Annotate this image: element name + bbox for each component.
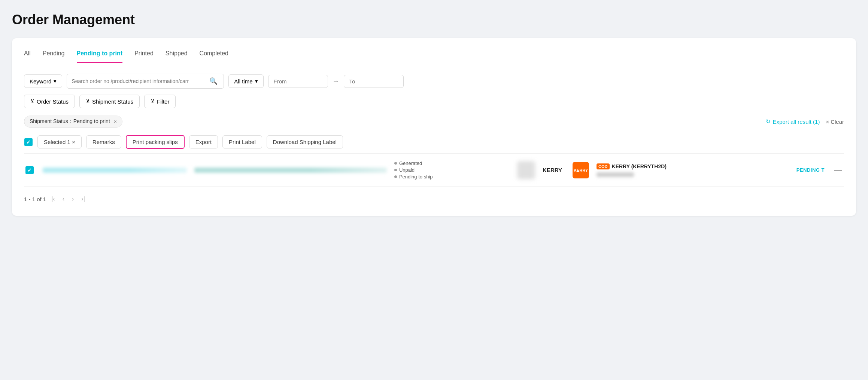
- filter-button[interactable]: ⊻ Filter: [144, 95, 176, 108]
- download-shipping-label-button[interactable]: Download Shipping Label: [267, 135, 343, 148]
- tab-completed[interactable]: Completed: [200, 50, 228, 63]
- print-packing-slips-label: Print packing slips: [133, 139, 178, 145]
- status-tag-pending-ship: Pending to ship: [394, 174, 510, 180]
- active-filter-close-icon[interactable]: ×: [114, 119, 117, 125]
- status-tags: Generated Unpaid Pending to ship: [394, 160, 510, 180]
- keyword-label: Keyword: [30, 78, 51, 85]
- clear-button[interactable]: × Clear: [826, 119, 844, 125]
- order-number-blurred: [43, 168, 187, 173]
- export-button[interactable]: Export: [189, 135, 218, 148]
- active-filter-tag: Shipment Status：Pending to print ×: [24, 116, 122, 128]
- pending-badge: PENDING T: [796, 167, 825, 173]
- row-checkbox-checked[interactable]: [25, 166, 34, 174]
- export-label: Export: [195, 139, 212, 145]
- pagination: 1 - 1 of 1 |‹ ‹ › ›|: [24, 194, 844, 204]
- carrier-name: KERRY: [543, 167, 565, 173]
- cod-column: COD KERRY (KERRYTH2D): [597, 163, 789, 177]
- print-label-button[interactable]: Print Label: [222, 135, 262, 148]
- status-generated: Generated: [399, 160, 422, 166]
- table-wrap: Generated Unpaid Pending to ship KERRY K…: [24, 153, 844, 187]
- filter-label: Filter: [157, 98, 169, 105]
- order-status-filter[interactable]: ⊻ Order Status: [24, 95, 75, 108]
- search-input-wrap: 🔍: [67, 74, 224, 89]
- status-tag-unpaid: Unpaid: [394, 167, 510, 173]
- dot-icon-3: [394, 175, 397, 178]
- search-icon-button[interactable]: 🔍: [208, 77, 219, 85]
- next-page-button[interactable]: ›: [70, 194, 76, 204]
- cod-name: KERRY (KERRYTH2D): [612, 163, 667, 169]
- tabs-bar: All Pending Pending to print Printed Shi…: [24, 50, 844, 63]
- select-all-checkbox[interactable]: [24, 138, 33, 147]
- status-pending-ship: Pending to ship: [399, 174, 433, 180]
- first-page-button[interactable]: |‹: [49, 194, 57, 204]
- tab-pending[interactable]: Pending: [43, 50, 65, 63]
- page-title: Order Management: [12, 12, 856, 28]
- chevron-down-icon-2: ▾: [255, 78, 258, 85]
- alltime-label: All time: [234, 78, 252, 85]
- export-all-label: Export all result (1): [773, 119, 820, 125]
- more-options-button[interactable]: —: [832, 166, 844, 174]
- chevron-down-icon: ▾: [54, 78, 57, 85]
- selected-button[interactable]: Selected 1 ×: [37, 135, 82, 148]
- arrow-right-icon: →: [333, 77, 339, 85]
- print-packing-slips-button[interactable]: Print packing slips: [126, 135, 185, 149]
- close-icon: ×: [826, 119, 829, 125]
- tab-shipped[interactable]: Shipped: [166, 50, 188, 63]
- keyword-dropdown[interactable]: Keyword ▾: [24, 74, 62, 88]
- status-unpaid: Unpaid: [399, 167, 415, 173]
- active-filters-row: Shipment Status：Pending to print × ↻ Exp…: [24, 116, 844, 128]
- export-clear-wrap: ↻ Export all result (1) × Clear: [766, 118, 844, 125]
- filter-row: ⊻ Order Status ⊻ Shipment Status ⊻ Filte…: [24, 95, 844, 108]
- toolbar-row: Selected 1 × Remarks Print packing slips…: [24, 135, 844, 149]
- cod-wrap: COD KERRY (KERRYTH2D): [597, 163, 789, 169]
- last-page-button[interactable]: ›|: [79, 194, 87, 204]
- download-shipping-label-label: Download Shipping Label: [273, 139, 337, 145]
- print-label-label: Print Label: [229, 139, 256, 145]
- refresh-icon: ↻: [766, 118, 771, 125]
- funnel-icon-1: ⊻: [30, 98, 34, 105]
- order-status-label: Order Status: [37, 98, 69, 105]
- search-input[interactable]: [72, 78, 208, 84]
- tab-printed[interactable]: Printed: [134, 50, 154, 63]
- export-all-button[interactable]: ↻ Export all result (1): [766, 118, 820, 125]
- search-row: Keyword ▾ 🔍 All time ▾ →: [24, 74, 844, 89]
- product-thumbnail: [517, 161, 535, 179]
- carrier-logo: KERRY: [573, 162, 589, 178]
- funnel-icon-3: ⊻: [151, 98, 155, 105]
- tab-pending-to-print[interactable]: Pending to print: [77, 50, 123, 63]
- remarks-label: Remarks: [92, 139, 115, 145]
- dot-icon-2: [394, 169, 397, 171]
- dot-icon: [394, 162, 397, 165]
- alltime-dropdown[interactable]: All time ▾: [228, 74, 263, 88]
- clear-label: Clear: [831, 119, 844, 125]
- active-filter-text: Shipment Status：Pending to print: [30, 118, 110, 125]
- to-date-input[interactable]: [344, 75, 404, 88]
- selected-label: Selected 1 ×: [44, 139, 75, 145]
- remarks-button[interactable]: Remarks: [86, 135, 121, 148]
- shipment-status-filter[interactable]: ⊻ Shipment Status: [79, 95, 140, 108]
- status-tag-generated: Generated: [394, 160, 510, 166]
- prev-page-button[interactable]: ‹: [60, 194, 67, 204]
- tab-all[interactable]: All: [24, 50, 31, 63]
- cod-tracking-blurred: [597, 172, 634, 177]
- table-row: Generated Unpaid Pending to ship KERRY K…: [24, 154, 844, 187]
- cod-badge: COD: [597, 163, 609, 169]
- product-info-blurred: [194, 168, 387, 173]
- search-icon: 🔍: [209, 77, 218, 85]
- funnel-icon-2: ⊻: [86, 98, 90, 105]
- shipment-status-label: Shipment Status: [92, 98, 133, 105]
- pagination-info: 1 - 1 of 1: [24, 196, 46, 202]
- checkbox-checked-icon[interactable]: [24, 138, 33, 146]
- main-card: All Pending Pending to print Printed Shi…: [12, 38, 856, 216]
- row-checkbox[interactable]: [24, 166, 35, 174]
- from-date-input[interactable]: [268, 75, 328, 88]
